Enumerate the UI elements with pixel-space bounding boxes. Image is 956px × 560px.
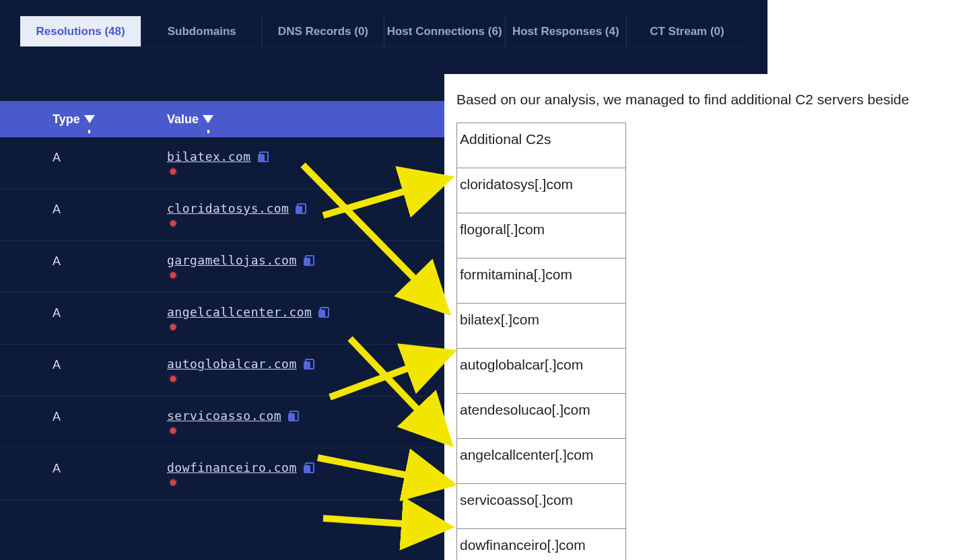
column-header-value-label: Value: [167, 112, 199, 127]
column-header-value[interactable]: Value: [167, 112, 213, 127]
c2-entry: formitamina[.]com: [457, 258, 626, 304]
copy-icon[interactable]: [296, 203, 306, 214]
cell-record-type: A: [53, 460, 167, 476]
c2-table-header: Additional C2s: [457, 123, 626, 168]
domain-link[interactable]: gargamellojas.com: [167, 253, 297, 267]
domain-link[interactable]: dowfinanceiro.com: [167, 460, 297, 475]
tab-dns-records-0[interactable]: DNS Records (0): [263, 16, 384, 46]
c2-entry: bilatex[.]com: [457, 304, 626, 349]
malicious-indicator-icon: ✹: [167, 477, 314, 489]
domain-link[interactable]: cloridatosys.com: [167, 201, 289, 215]
malicious-indicator-icon: ✹: [167, 425, 299, 437]
c2-entry: atendesolucao[.]com: [457, 394, 626, 439]
additional-c2s-table: Additional C2s cloridatosys[.]comflogora…: [456, 123, 626, 560]
cell-value: bilatex.com✹: [167, 149, 269, 178]
tabs-bar: Resolutions (48)SubdomainsDNS Records (0…: [20, 16, 747, 47]
domain-link[interactable]: servicoasso.com: [167, 409, 281, 423]
cell-value: servicoasso.com✹: [167, 409, 299, 437]
domain-link[interactable]: angelcallcenter.com: [167, 305, 312, 319]
c2-entry: dowfinanceiro[.]com: [457, 529, 626, 561]
tab-ct-stream-0[interactable]: CT Stream (0): [627, 16, 747, 46]
cell-record-type: A: [53, 149, 167, 165]
copy-icon[interactable]: [318, 307, 329, 318]
malicious-indicator-icon: ✹: [167, 374, 314, 385]
cell-record-type: A: [53, 201, 167, 217]
article-intro-text: Based on our analysis, we managed to fin…: [456, 92, 956, 108]
column-header-type-label: Type: [53, 112, 80, 127]
cell-value: cloridatosys.com✹: [167, 201, 306, 230]
c2-entry: angelcallcenter[.]com: [457, 439, 626, 484]
malicious-indicator-icon: ✹: [167, 166, 269, 178]
domain-link[interactable]: bilatex.com: [167, 149, 251, 164]
malicious-indicator-icon: ✹: [167, 270, 314, 281]
cell-record-type: A: [53, 305, 167, 320]
copy-icon[interactable]: [304, 255, 314, 266]
copy-icon[interactable]: [288, 411, 299, 421]
c2-entry: cloridatosys[.]com: [457, 168, 626, 213]
tab-host-responses-4[interactable]: Host Responses (4): [506, 16, 627, 46]
tab-host-connections-6[interactable]: Host Connections (6): [384, 16, 506, 46]
article-overlay: Based on our analysis, we managed to fin…: [444, 74, 956, 560]
copy-icon[interactable]: [304, 359, 314, 370]
cell-record-type: A: [53, 357, 167, 372]
cell-record-type: A: [53, 253, 167, 269]
domain-link[interactable]: autoglobalcar.com: [167, 357, 297, 371]
c2-entry: servicoasso[.]com: [457, 484, 626, 529]
tab-subdomains[interactable]: Subdomains: [141, 16, 263, 46]
filter-icon[interactable]: [84, 115, 95, 123]
copy-icon[interactable]: [258, 151, 269, 162]
cell-record-type: A: [53, 409, 167, 424]
c2-entry: flogoral[.]com: [457, 213, 626, 258]
cell-value: angelcallcenter.com✹: [167, 305, 329, 333]
cell-value: autoglobalcar.com✹: [167, 357, 314, 385]
copy-icon[interactable]: [304, 462, 314, 473]
cell-value: gargamellojas.com✹: [167, 253, 314, 281]
c2-entry: autoglobalcar[.]com: [457, 349, 626, 394]
malicious-indicator-icon: ✹: [167, 322, 329, 333]
cell-value: dowfinanceiro.com✹: [167, 460, 314, 489]
malicious-indicator-icon: ✹: [167, 218, 306, 230]
tab-resolutions-48[interactable]: Resolutions (48): [20, 16, 141, 46]
column-header-type[interactable]: Type: [53, 112, 167, 127]
filter-icon[interactable]: [203, 115, 213, 123]
